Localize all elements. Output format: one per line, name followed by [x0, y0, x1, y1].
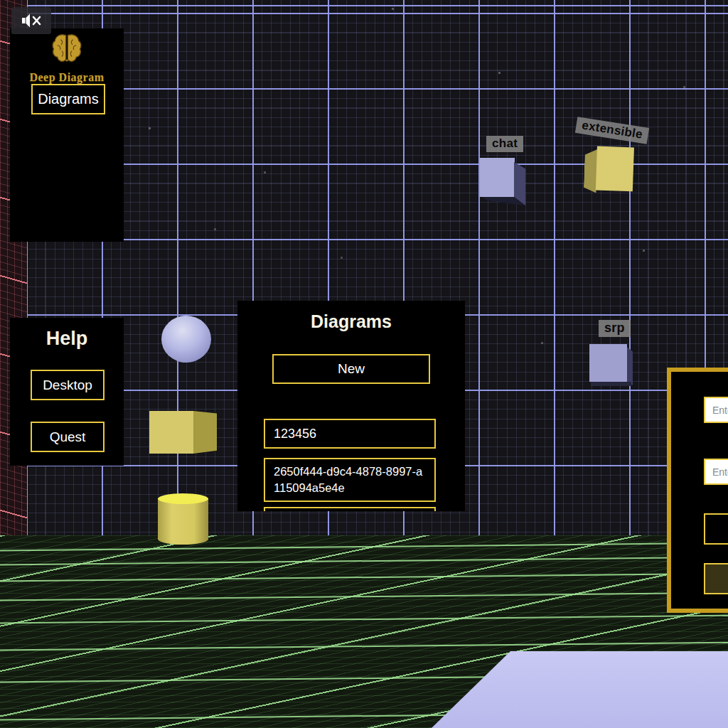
- right-panel-field[interactable]: [704, 513, 728, 545]
- brand-panel: Deep Diagram DESIGNER Diagrams: [10, 28, 124, 242]
- diagram-id-field[interactable]: 2650f444-d9c4-4878-8997-a115094a5e4e: [264, 458, 436, 502]
- brain-logo-icon: [10, 33, 124, 68]
- right-panel-input-2[interactable]: Ente: [704, 459, 728, 485]
- new-diagram-button[interactable]: New: [272, 354, 430, 384]
- help-desktop-button[interactable]: Desktop: [31, 370, 105, 400]
- diagrams-panel-title: Diagrams: [237, 311, 465, 332]
- right-panel-input-1[interactable]: Ente: [704, 397, 728, 423]
- label-chat: chat: [486, 136, 523, 152]
- right-panel: Ente Ente: [667, 368, 728, 613]
- sphere-object[interactable]: [161, 316, 211, 363]
- vr-scene: chat extensible srp Deep Diagram DESIGNE: [0, 0, 728, 728]
- help-quest-button[interactable]: Quest: [31, 422, 105, 452]
- diagrams-panel: Diagrams New 123456 2650f444-d9c4-4878-8…: [237, 301, 465, 511]
- speaker-muted-icon: [21, 12, 42, 29]
- diagrams-menu-button[interactable]: Diagrams: [31, 84, 105, 114]
- help-panel-title: Help: [10, 328, 124, 350]
- code-input[interactable]: 123456: [264, 419, 436, 449]
- label-srp: srp: [599, 320, 631, 337]
- right-panel-button[interactable]: [704, 563, 728, 594]
- mute-button[interactable]: [11, 7, 51, 34]
- cylinder-object[interactable]: [158, 493, 208, 545]
- brand-name: Deep Diagram: [10, 71, 124, 84]
- clipped-field[interactable]: [264, 507, 436, 511]
- help-panel: Help Desktop Quest: [10, 318, 124, 466]
